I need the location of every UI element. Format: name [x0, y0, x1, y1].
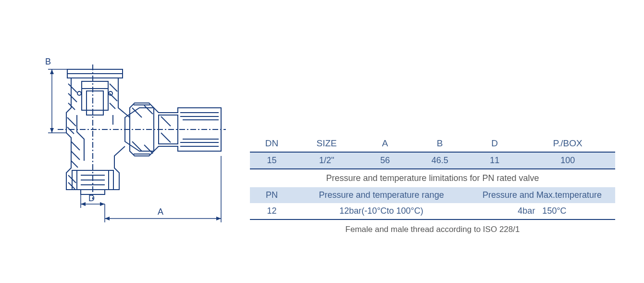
svg-line-45 [144, 145, 153, 154]
limitations-caption: Pressure and temperature limitations for… [250, 169, 615, 187]
thread-standard-note: Female and male thread according to ISO … [250, 225, 615, 234]
td-a: 56 [359, 152, 410, 169]
td-p-maxtemp: 4bar 150°C [469, 203, 615, 219]
table-row: PN Pressure and temperature range Pressu… [250, 187, 615, 203]
th-pt-range: Pressure and temperature range [294, 187, 469, 203]
svg-marker-9 [216, 217, 221, 220]
svg-marker-3 [50, 69, 54, 74]
td-d: 11 [469, 152, 520, 169]
technical-drawing: B A D [29, 45, 240, 238]
svg-marker-12 [81, 202, 86, 206]
table-row: 15 1/2" 56 46.5 11 100 [250, 152, 615, 169]
dimension-A: A [105, 156, 221, 222]
svg-line-38 [110, 93, 117, 101]
spec-tables: DN SIZE A B D P./BOX 15 1/2" 56 46.5 11 … [240, 135, 644, 234]
svg-marker-4 [50, 128, 54, 133]
td-pbox: 100 [520, 152, 615, 169]
svg-line-44 [144, 105, 153, 114]
svg-line-32 [71, 142, 80, 150]
svg-point-19 [77, 91, 81, 95]
svg-line-48 [161, 133, 171, 142]
th-dn: DN [250, 135, 294, 152]
svg-line-31 [67, 127, 74, 134]
svg-rect-16 [82, 81, 108, 110]
dim-label-A: A [158, 207, 163, 217]
svg-line-27 [68, 84, 77, 92]
svg-line-28 [68, 93, 77, 102]
th-a: A [359, 135, 410, 152]
th-p-maxtemp: Pressure and Max.temperature [469, 187, 615, 203]
valve-body [58, 64, 226, 199]
th-pn: PN [250, 187, 294, 203]
th-b: B [410, 135, 469, 152]
td-size: 1/2" [294, 152, 359, 169]
svg-marker-8 [105, 217, 110, 220]
th-pbox: P./BOX [520, 135, 615, 152]
dimensions-table: DN SIZE A B D P./BOX 15 1/2" 56 46.5 11 … [250, 135, 615, 220]
td-dn: 15 [250, 152, 294, 169]
th-size: SIZE [294, 135, 359, 152]
valve-cross-section-svg: B A D [29, 45, 240, 238]
svg-line-37 [110, 84, 117, 91]
svg-line-33 [71, 151, 80, 160]
svg-rect-17 [87, 91, 103, 115]
dim-label-B: B [45, 57, 51, 66]
td-pn: 12 [250, 203, 294, 219]
svg-line-39 [110, 103, 115, 109]
svg-line-47 [161, 116, 171, 126]
td-b: 46.5 [410, 152, 469, 169]
svg-marker-13 [100, 202, 105, 206]
td-pt-range: 12bar(-10°Cto 100°C) [294, 203, 469, 219]
table-row: 12 12bar(-10°Cto 100°C) 4bar 150°C [250, 203, 615, 219]
svg-line-34 [71, 161, 78, 167]
th-d: D [469, 135, 520, 152]
svg-line-30 [67, 117, 76, 126]
